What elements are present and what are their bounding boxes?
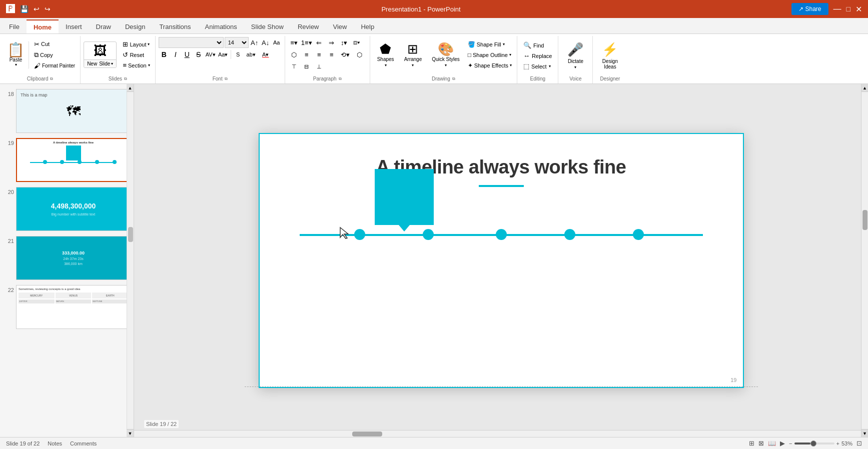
timeline-callout-box (375, 169, 434, 225)
tab-review[interactable]: Review (291, 20, 326, 34)
comments-button[interactable]: Comments (70, 440, 97, 446)
slide-thumb-21[interactable]: 333,000.00 24h 37m 23s 386,000 km (16, 236, 131, 280)
font-name-select[interactable] (159, 37, 224, 48)
slide-item-22[interactable]: 22 Sometimes, reviewing concepts is a go… (2, 284, 132, 330)
slide-item-20[interactable]: 20 4,498,300,000 Big number with subtitl… (2, 186, 132, 232)
design-ideas-button[interactable]: ⚡ DesignIdeas (598, 40, 622, 72)
find-button[interactable]: 🔍Find (520, 40, 555, 50)
increase-font-button[interactable]: A↑ (250, 38, 260, 48)
reading-view-button[interactable]: 📖 (768, 440, 776, 447)
italic-button[interactable]: I (170, 49, 181, 60)
section-button[interactable]: ≡Section▾ (121, 60, 152, 70)
columns-button[interactable]: ⧈▾ (351, 37, 363, 48)
text-shadow-button[interactable]: S (233, 49, 244, 60)
text-direction-button[interactable]: ⟲▾ (338, 49, 352, 60)
slide-thumb-18[interactable]: This is a map 🗺 (16, 89, 131, 133)
justify-button[interactable]: ≡ (326, 49, 338, 60)
smart-art-button[interactable]: ⬡ (353, 49, 367, 60)
shape-effects-button[interactable]: ✦Shape Effects▾ (466, 61, 514, 70)
line-spacing-button[interactable]: ↕▾ (338, 37, 350, 48)
dictate-button[interactable]: 🎤 Dictate ▾ (563, 40, 587, 72)
slide-thumb-19[interactable]: A timeline always works fine (16, 138, 131, 182)
reset-button[interactable]: ↺Reset (121, 50, 152, 60)
new-slide-button[interactable]: 🖼 NewSlide▾ (84, 42, 117, 68)
align-center-button[interactable]: ≡ (301, 49, 313, 60)
tab-file[interactable]: File (2, 20, 27, 34)
tab-animations[interactable]: Animations (198, 20, 244, 34)
align-left-button[interactable]: ⬡ (288, 49, 300, 60)
arrange-button[interactable]: ⊞ Arrange ▾ (400, 40, 426, 70)
clear-format-button[interactable]: Aa (272, 38, 282, 48)
slides-panel-scrollbar[interactable] (127, 92, 134, 429)
decrease-indent-button[interactable]: ⇐ (313, 37, 325, 48)
layout-button[interactable]: ⊞Layout▾ (121, 40, 152, 49)
clipboard-label: Clipboard⧉ (0, 76, 80, 82)
paragraph-group: ≡▾ 1≡▾ ⇐ ⇒ ↕▾ ⧈▾ ⬡ ≡ ≡ ≡ ⟲▾ ⬡ ⊤ ⊟ ⊥ Para… (285, 36, 370, 84)
slide-thumb-22[interactable]: Sometimes, reviewing concepts is a good … (16, 285, 131, 329)
close-button[interactable]: ✕ (855, 4, 862, 14)
select-button[interactable]: ⬚Select▾ (520, 62, 555, 71)
slideshow-button[interactable]: ▶ (780, 440, 785, 447)
vscroll-thumb[interactable] (862, 210, 867, 230)
vscroll-up-button[interactable]: ▲ (861, 84, 868, 92)
zoom-level: 53% (841, 440, 852, 446)
quick-access-save[interactable]: 💾 (20, 5, 29, 13)
increase-indent-button[interactable]: ⇒ (326, 37, 338, 48)
tab-draw[interactable]: Draw (89, 20, 118, 34)
quick-styles-button[interactable]: 🎨 Quick Styles ▾ (428, 40, 464, 70)
scroll-up-button[interactable]: ▲ (127, 84, 134, 92)
timeline-dot-4 (564, 229, 575, 240)
bullets-button[interactable]: ≡▾ (288, 37, 300, 48)
drawing-group-label: Drawing⧉ (370, 76, 517, 82)
align-middle-button[interactable]: ⊟ (301, 61, 313, 72)
slide-sorter-button[interactable]: ⊠ (758, 440, 764, 447)
font-color-button[interactable]: A▾ (259, 49, 273, 60)
bold-button[interactable]: B (159, 49, 170, 60)
shape-outline-button[interactable]: □Shape Outline▾ (466, 50, 514, 60)
quick-access-undo[interactable]: ↩ (34, 5, 40, 13)
slide-item-21[interactable]: 21 333,000.00 24h 37m 23s 386,000 km (2, 235, 132, 281)
paste-button[interactable]: 📋 Paste ▾ (3, 41, 29, 69)
strikethrough-button[interactable]: S (193, 49, 204, 60)
change-case-button[interactable]: Aa▾ (217, 49, 229, 60)
numbering-button[interactable]: 1≡▾ (301, 37, 313, 48)
fit-to-window-button[interactable]: ⊡ (856, 440, 862, 447)
minimize-button[interactable]: — (833, 4, 841, 14)
format-painter-button[interactable]: 🖌Format Painter (32, 61, 77, 70)
tab-help[interactable]: Help (354, 20, 381, 34)
vscroll-down-button[interactable]: ▼ (861, 429, 868, 437)
share-button[interactable]: ↗ Share (791, 3, 828, 15)
align-right-button[interactable]: ≡ (313, 49, 325, 60)
shape-fill-button[interactable]: 🪣Shape Fill▾ (466, 40, 514, 49)
tab-insert[interactable]: Insert (59, 20, 89, 34)
shapes-button[interactable]: ⬟ Shapes ▾ (373, 40, 398, 70)
tab-transitions[interactable]: Transitions (152, 20, 198, 34)
align-top-button[interactable]: ⊤ (288, 61, 300, 72)
normal-view-button[interactable]: ⊞ (749, 440, 754, 447)
char-spacing-button[interactable]: AV▾ (205, 49, 217, 60)
maximize-button[interactable]: □ (846, 5, 850, 13)
tab-view[interactable]: View (326, 20, 354, 34)
align-bottom-button[interactable]: ⊥ (313, 61, 325, 72)
underline-button[interactable]: U (182, 49, 193, 60)
tab-home[interactable]: Home (27, 20, 59, 34)
hscroll-thumb[interactable] (352, 432, 382, 436)
zoom-slider[interactable]: − + 53% (789, 440, 852, 446)
quick-access-redo[interactable]: ↪ (45, 5, 51, 13)
slide-container[interactable]: A timeline always works fine (259, 133, 744, 388)
tab-slideshow[interactable]: Slide Show (244, 20, 291, 34)
decrease-font-button[interactable]: A↓ (261, 38, 271, 48)
copy-button[interactable]: ⧉Copy (32, 50, 77, 60)
slide-item-18[interactable]: 18 This is a map 🗺 (2, 88, 132, 134)
cut-button[interactable]: ✂Cut (32, 40, 77, 49)
slide-item-19[interactable]: 19 A timeline always works fine (2, 137, 132, 183)
scroll-down-button[interactable]: ▼ (127, 429, 134, 437)
main-area-vscrollbar[interactable]: ▲ ▼ (861, 84, 868, 437)
replace-button[interactable]: ↔Replace (520, 51, 555, 60)
slide-thumb-20[interactable]: 4,498,300,000 Big number with subtitle t… (16, 187, 131, 231)
highlight-color-button[interactable]: ab▾ (244, 49, 258, 60)
font-size-select[interactable]: 14 (225, 37, 249, 48)
tab-design[interactable]: Design (118, 20, 152, 34)
notes-button[interactable]: Notes (48, 440, 62, 446)
main-area-hscrollbar[interactable] (134, 430, 861, 437)
